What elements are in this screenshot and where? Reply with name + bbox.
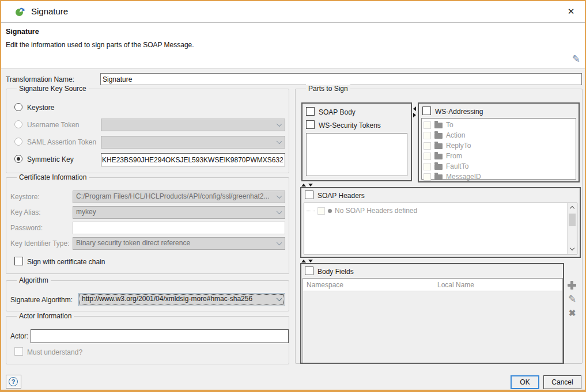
actor-input[interactable] (31, 329, 289, 343)
folder-icon (434, 154, 443, 159)
password-label: Password: (10, 224, 43, 232)
key-identifier-type-label: Key Identifier Type: (10, 239, 70, 248)
ws-security-tokens-checkbox[interactable] (306, 120, 315, 129)
ws-addressing-item[interactable]: FaultTo (422, 161, 576, 172)
help-button[interactable]: ? (6, 375, 21, 389)
scrollbar-thumb[interactable] (569, 214, 576, 226)
symmetric-key-input[interactable] (101, 153, 285, 166)
window-title: Signature (31, 6, 68, 16)
transformation-name-label: Transformation Name: (6, 75, 74, 83)
delete-icon: ✖ (566, 307, 578, 319)
splitter-collapse-right-icon[interactable] (413, 113, 416, 117)
item-label: MessageID (446, 173, 481, 181)
signature-algorithm-combo[interactable]: http://www.w3.org/2001/04/xmldsig-more#h… (78, 293, 285, 306)
scroll-up-icon[interactable] (568, 203, 577, 212)
transformation-name-input[interactable] (100, 73, 582, 85)
key-identifier-type-value: Binary security token direct reference (76, 239, 190, 247)
ws-addressing-item[interactable]: Action (422, 130, 576, 140)
body-fields-table-header: Namespace Local Name (303, 279, 562, 291)
soap-headers-empty-row[interactable]: No SOAP Headers defined (307, 207, 417, 215)
password-input (73, 222, 285, 234)
folder-icon (434, 123, 443, 128)
header-description: Edit the information used to sign parts … (6, 41, 194, 49)
soap-body-panel: SOAP Body WS-Security Tokens (301, 102, 412, 181)
username-token-radio-label: Username Token (27, 121, 80, 129)
item-checkbox (424, 163, 431, 170)
item-checkbox (424, 142, 431, 150)
folder-icon (434, 174, 443, 180)
keystore-combo: C:/Program Files/HCL/HCLProducts/API/con… (73, 191, 285, 203)
empty-text: No SOAP Headers defined (335, 207, 417, 215)
ws-security-tokens-list[interactable] (306, 133, 407, 176)
ws-addressing-checkbox[interactable] (422, 106, 431, 115)
ws-addressing-label: WS-Addressing (435, 108, 483, 116)
chevron-down-icon (277, 139, 282, 144)
actor-information-group: Actor Information Actor: Must understand… (6, 316, 289, 364)
soap-headers-label: SOAP Headers (317, 192, 365, 200)
saml-assertion-token-radio (14, 138, 22, 146)
splitter-collapse-down-icon[interactable] (308, 260, 313, 262)
ok-button[interactable]: OK (511, 375, 539, 389)
splitter-collapse-down-icon[interactable] (308, 184, 313, 187)
column-header-namespace[interactable]: Namespace (307, 281, 343, 289)
ws-addressing-item[interactable]: MessageID (422, 172, 576, 182)
close-icon[interactable]: ✕ (563, 4, 579, 19)
column-header-local-name[interactable]: Local Name (437, 281, 474, 289)
parts-to-sign-group: Parts to Sign SOAP Body WS-Security Toke… (295, 89, 583, 364)
symmetric-key-radio[interactable] (14, 155, 22, 163)
folder-icon (434, 164, 443, 170)
keystore-radio[interactable] (14, 103, 22, 111)
item-checkbox (317, 207, 325, 215)
item-checkbox (424, 132, 431, 139)
splitter-collapse-left-icon[interactable] (413, 106, 416, 111)
body-fields-table: Namespace Local Name (303, 278, 563, 363)
soap-headers-tree: No SOAP Headers defined (304, 203, 577, 254)
splitter-collapse-up-icon[interactable] (301, 260, 306, 262)
folder-icon (434, 133, 443, 139)
keystore-value: C:/Program Files/HCL/HCLProducts/API/con… (76, 192, 269, 200)
body-fields-checkbox[interactable] (305, 267, 313, 275)
title-bar[interactable]: Signature ✕ (1, 1, 585, 22)
folder-icon (434, 143, 443, 149)
item-checkbox (424, 153, 431, 160)
help-icon: ? (9, 377, 18, 386)
ws-addressing-item[interactable]: ReplyTo (422, 140, 576, 151)
ws-addressing-panel: WS-Addressing To Action ReplyTo (418, 102, 580, 182)
signature-key-source-group: Signature Key Source Keystore Username T… (6, 89, 289, 173)
signature-key-source-title: Signature Key Source (17, 85, 89, 93)
soap-headers-scrollbar[interactable] (567, 203, 577, 254)
cancel-button[interactable]: Cancel (543, 375, 581, 389)
algorithm-group: Algorithm Signature Algorithm: http://ww… (6, 280, 289, 311)
tree-guide (307, 211, 315, 211)
actor-label: Actor: (10, 332, 28, 340)
dialog-header: Signature Edit the information used to s… (1, 22, 585, 69)
edit-pencil-icon: ✎ (566, 294, 578, 305)
item-label: To (446, 121, 453, 129)
key-identifier-type-combo: Binary security token direct reference (73, 237, 285, 250)
chevron-down-icon (277, 193, 282, 199)
scroll-down-icon[interactable] (568, 245, 577, 254)
item-label: FaultTo (446, 162, 468, 170)
soap-headers-checkbox[interactable] (305, 191, 313, 199)
soap-body-checkbox[interactable] (306, 107, 315, 116)
header-title: Signature (6, 28, 39, 36)
key-alias-value: mykey (76, 208, 96, 216)
saml-assertion-token-combo (101, 136, 285, 149)
ws-addressing-item[interactable]: To (422, 120, 576, 130)
certificate-information-group: Certificate Information Keystore: C:/Pro… (6, 177, 289, 274)
signature-algorithm-value: http://www.w3.org/2001/04/xmldsig-more#h… (82, 295, 252, 303)
item-label: From (446, 152, 462, 160)
keystore-radio-label: Keystore (27, 104, 54, 112)
body-fields-label: Body Fields (317, 268, 354, 276)
chevron-down-icon (277, 209, 282, 214)
key-alias-combo: mykey (73, 206, 285, 219)
splitter-collapse-up-icon[interactable] (301, 184, 306, 187)
certificate-information-title: Certificate Information (17, 173, 89, 181)
edit-signature-icon: ✎ (572, 53, 580, 65)
ws-addressing-item[interactable]: From (422, 151, 576, 161)
sign-with-certificate-chain-checkbox[interactable] (14, 257, 23, 265)
key-alias-label: Key Alias: (10, 208, 41, 216)
symmetric-key-radio-label: Symmetric Key (27, 155, 74, 163)
algorithm-title: Algorithm (17, 276, 51, 284)
keystore-label: Keystore: (10, 193, 40, 201)
